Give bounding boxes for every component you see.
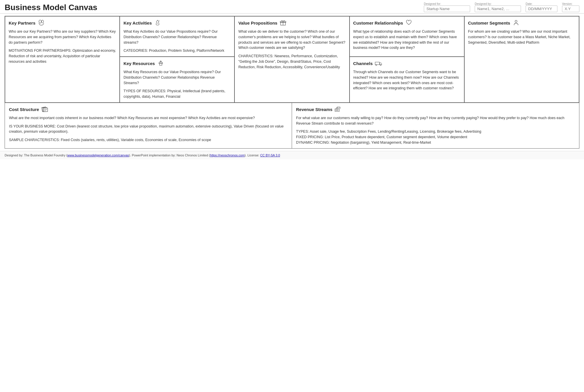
key-partners-cell: Key Partners Who are our Key Partners? W… xyxy=(5,16,120,103)
version-group: Version: xyxy=(562,2,579,12)
version-label: Version: xyxy=(562,2,579,5)
customer-segments-label: Customer Segments xyxy=(468,21,510,25)
header-fields: Designed for: Designed by: Date: Version… xyxy=(424,2,579,12)
channels-icon xyxy=(374,60,382,67)
key-activities-cell: Key Activities What Key Activities do ou… xyxy=(120,16,234,57)
designed-by-group: Designed by: xyxy=(475,2,521,12)
customer-segments-cell: Customer Segments For whom are we creati… xyxy=(464,16,579,103)
customer-segments-title: Customer Segments xyxy=(468,19,575,27)
cost-structure-cell: Cost Structure What are the most importa… xyxy=(5,103,292,148)
svg-line-4 xyxy=(159,21,159,21)
key-partners-title: Key Partners xyxy=(9,19,116,27)
key-activities-body1: What Key Activities do our Value Proposi… xyxy=(123,29,231,45)
channels-label: Channels xyxy=(353,61,373,66)
key-resources-body2: TYPES OF RESOURCES: Physical, Intellectu… xyxy=(123,88,231,99)
svg-point-8 xyxy=(515,20,517,22)
value-propositions-label: Value Propositions xyxy=(238,21,277,25)
footer-link1[interactable]: www.businessmodelgeneration.com/canvas xyxy=(67,154,129,157)
footer-text3: ). License: xyxy=(245,154,260,157)
key-partners-body1: Who are our Key Partners? Who are our ke… xyxy=(9,29,116,45)
version-input[interactable] xyxy=(562,5,579,12)
channels-cell: Channels Through which Channels do our C… xyxy=(350,57,464,103)
channels-title: Channels xyxy=(353,60,461,67)
date-group: Date: xyxy=(526,2,557,12)
date-input[interactable] xyxy=(526,5,557,12)
designed-for-input[interactable] xyxy=(424,5,470,12)
designed-for-group: Designed for: xyxy=(424,2,470,12)
canvas-grid: Key Partners Who are our Key Partners? W… xyxy=(5,16,579,103)
key-resources-icon xyxy=(157,60,165,67)
designed-by-label: Designed by: xyxy=(475,2,521,5)
key-activities-label: Key Activities xyxy=(123,21,152,25)
revenue-streams-body3: FIXED PRICING: List Price, Product featu… xyxy=(296,134,575,140)
svg-rect-9 xyxy=(159,63,162,65)
customer-segments-icon xyxy=(512,19,520,27)
key-partners-label: Key Partners xyxy=(9,21,36,25)
page-footer: Designed by: The Business Model Foundry … xyxy=(0,151,584,159)
value-propositions-cell: Value Propositions What value do we deli… xyxy=(234,16,349,103)
page-header: Business Model Canvas Designed for: Desi… xyxy=(0,0,584,14)
key-partners-body2: MOTIVATIONS FOR PARTNERSHIPS: Optimizati… xyxy=(9,48,116,64)
value-propositions-title: Value Propositions xyxy=(238,19,345,27)
page-title: Business Model Canvas xyxy=(5,3,97,12)
key-resources-label: Key Resources xyxy=(123,61,155,66)
svg-point-1 xyxy=(41,20,43,23)
footer-text2: ). PowerPoint implementation by: Neos Ch… xyxy=(129,154,210,157)
key-activities-title: Key Activities xyxy=(123,19,231,27)
cost-structure-title: Cost Structure xyxy=(9,106,288,113)
revenue-streams-icon xyxy=(334,106,342,113)
cost-structure-body1: What are the most important costs inhere… xyxy=(9,115,288,121)
footer-text1: Designed by: The Business Model Foundry … xyxy=(5,154,67,157)
date-label: Date: xyxy=(526,2,557,5)
footer-link2[interactable]: https://neoschronos.com xyxy=(210,154,245,157)
revenue-streams-body4: DYNAMIC PRICING: Negotiation (bargaining… xyxy=(296,140,575,145)
customer-segments-body1: For whom are we creating value? Who are … xyxy=(468,29,575,45)
customer-relationships-icon xyxy=(405,19,413,27)
cost-structure-label: Cost Structure xyxy=(9,107,39,112)
customer-relationships-body1: What type of relationship does each of o… xyxy=(353,29,461,51)
revenue-streams-title: Revenue Streams xyxy=(296,106,575,113)
key-resources-title: Key Resources xyxy=(123,60,231,67)
channels-body1: Through which Channels do our Customer S… xyxy=(353,69,461,91)
bottom-row: Cost Structure What are the most importa… xyxy=(5,103,579,149)
designed-for-label: Designed for: xyxy=(424,2,470,5)
value-propositions-body2: CHARACTERISTICS: Newness, Performance, C… xyxy=(238,53,345,70)
key-activities-icon xyxy=(154,19,162,27)
revenue-streams-label: Revenue Streams xyxy=(296,107,332,112)
canvas-wrapper: Key Partners Who are our Key Partners? W… xyxy=(0,14,584,151)
revenue-streams-cell: Revenue Streams For what value are our c… xyxy=(292,103,579,148)
value-propositions-body1: What value do we deliver to the customer… xyxy=(238,29,345,51)
key-partners-icon xyxy=(37,19,45,27)
svg-rect-23 xyxy=(337,110,338,111)
key-resources-body1: What Key Resources do our Value Proposit… xyxy=(123,69,231,86)
svg-rect-22 xyxy=(336,110,337,111)
svg-rect-12 xyxy=(375,62,380,65)
customer-relationships-cell: Customer Relationships What type of rela… xyxy=(350,16,464,57)
customer-relationships-label: Customer Relationships xyxy=(353,21,403,25)
cost-structure-body3: SAMPLE CHARACTERISTICS: Fixed Costs (sal… xyxy=(9,137,288,143)
svg-point-0 xyxy=(39,20,41,23)
cost-structure-body2: IS YOUR BUSINESS MORE: Cost Driven (lean… xyxy=(9,124,288,135)
value-propositions-icon xyxy=(279,19,287,27)
designed-by-input[interactable] xyxy=(475,5,521,12)
footer-link3[interactable]: CC BY-SA 3.0 xyxy=(260,154,280,157)
cost-structure-icon xyxy=(41,106,49,113)
revenue-streams-body2: TYPES: Asset sale, Usage fee, Subscripti… xyxy=(296,129,575,134)
customer-relationships-title: Customer Relationships xyxy=(353,19,461,27)
svg-point-2 xyxy=(156,21,159,23)
key-activities-body2: CATEGORIES: Production, Problem Solving,… xyxy=(123,48,231,53)
revenue-streams-body1: For what value are our customers really … xyxy=(296,115,575,126)
key-resources-cell: Key Resources What Key Resources do our … xyxy=(120,57,234,103)
